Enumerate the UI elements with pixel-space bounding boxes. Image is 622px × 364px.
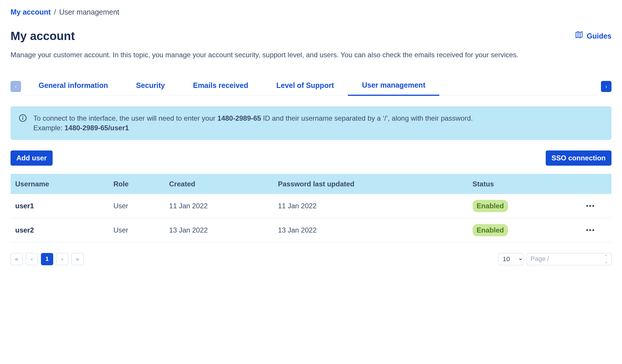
page-jump-input[interactable]: Page / ⌃ ⌄ [527,253,611,265]
add-user-button[interactable]: Add user [11,150,53,166]
page-first[interactable]: « [11,253,23,265]
col-actions [570,174,611,194]
sso-connection-button[interactable]: SSO connection [546,150,611,166]
col-status[interactable]: Status [468,174,570,194]
tab-level-of-support[interactable]: Level of Support [262,77,348,96]
breadcrumb-root-link[interactable]: My account [11,8,51,16]
tabs-list: General information Security Emails rece… [25,77,597,96]
page-prev[interactable]: ‹ [26,253,38,265]
row-actions-menu[interactable]: ••• [570,218,611,242]
cell-username: user2 [11,218,109,242]
table-row: user2 User 13 Jan 2022 13 Jan 2022 Enabl… [11,218,611,242]
cell-status: Enabled [468,194,570,218]
tab-emails-received[interactable]: Emails received [179,77,262,96]
breadcrumb: My account / User management [11,7,611,17]
table-row: user1 User 11 Jan 2022 11 Jan 2022 Enabl… [11,194,611,218]
breadcrumb-separator: / [54,8,56,16]
page-jump-placeholder: Page / [531,254,549,264]
page-title: My account [11,28,75,44]
row-actions-menu[interactable]: ••• [570,194,611,218]
col-password-updated[interactable]: Password last updated [273,174,468,194]
chevron-left-icon: ‹ [15,84,17,90]
info-icon [19,114,27,122]
cell-pwd: 13 Jan 2022 [273,218,468,242]
chevron-right-icon: › [605,84,607,90]
guides-label: Guides [587,31,611,41]
status-badge: Enabled [473,200,508,212]
col-created[interactable]: Created [165,174,273,194]
status-badge: Enabled [473,224,508,236]
tab-general-information[interactable]: General information [25,77,122,96]
cell-username: user1 [11,194,109,218]
page-description: Manage your customer account. In this to… [11,50,537,60]
cell-created: 11 Jan 2022 [165,194,273,218]
info-line1-before: To connect to the interface, the user wi… [33,114,217,122]
chevron-down-icon: ⌄ [605,260,609,264]
col-role[interactable]: Role [109,174,165,194]
info-account-id: 1480-2989-65 [217,114,261,122]
page-next[interactable]: › [56,253,68,265]
svg-point-2 [23,116,23,116]
cell-pwd: 11 Jan 2022 [273,194,468,218]
tab-user-management[interactable]: User management [348,77,439,96]
stepper-icon[interactable]: ⌃ ⌄ [605,254,609,264]
info-example-value: 1480-2989-65/user1 [65,124,129,132]
more-icon: ••• [586,226,595,234]
cell-role: User [109,194,165,218]
users-table: Username Role Created Password last upda… [11,174,611,242]
pagination: « ‹ 1 › » [11,253,84,265]
tabs: ‹ General information Security Emails re… [11,77,611,96]
breadcrumb-current: User management [59,8,119,16]
chevron-up-icon: ⌃ [605,254,609,258]
info-line1-after: ID and their username separated by a ‘/’… [261,114,473,122]
more-icon: ••• [586,202,595,210]
page-last[interactable]: » [71,253,84,265]
page-size-select[interactable]: 10 [498,253,523,265]
cell-created: 13 Jan 2022 [165,218,273,242]
page-number-1[interactable]: 1 [41,253,53,265]
info-banner: To connect to the interface, the user wi… [11,106,611,140]
map-icon [575,31,583,41]
guides-link[interactable]: Guides [575,31,611,41]
cell-status: Enabled [468,218,570,242]
tabs-scroll-right[interactable]: › [601,81,611,92]
cell-role: User [109,218,165,242]
tab-security[interactable]: Security [122,77,179,96]
tabs-scroll-left[interactable]: ‹ [11,81,21,92]
info-example-label: Example: [33,124,65,132]
col-username[interactable]: Username [11,174,109,194]
info-text: To connect to the interface, the user wi… [33,113,473,133]
